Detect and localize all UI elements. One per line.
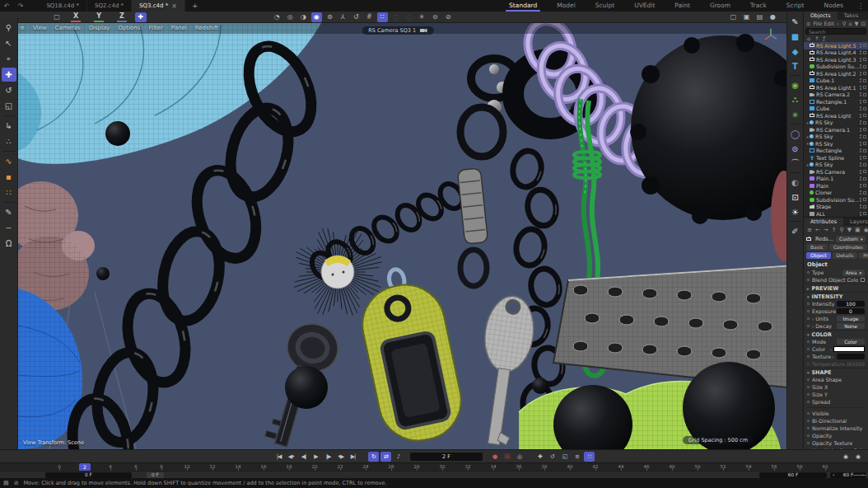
objects-menu-edit[interactable]: Edit xyxy=(824,21,834,27)
reset-psr-icon[interactable]: ↺ xyxy=(351,12,362,22)
workspace-tab-uvedit[interactable]: UVEdit xyxy=(624,0,665,12)
primitive-tool-icon[interactable]: ▪ xyxy=(2,170,16,184)
visibility-dots[interactable] xyxy=(860,72,861,76)
object-row[interactable]: Subdivision Surface.1 xyxy=(804,63,868,71)
document-tab[interactable]: SQ2.c4d * xyxy=(87,0,132,12)
knife-tool-icon[interactable]: − xyxy=(2,221,16,235)
object-row[interactable]: Cube xyxy=(804,106,868,113)
tab-takes[interactable]: Takes xyxy=(838,12,866,20)
object-row[interactable]: RS Area Light.3 xyxy=(804,56,868,63)
render-dot[interactable] xyxy=(860,186,861,188)
workspace-tab-sculpt[interactable]: Sculpt xyxy=(586,0,624,12)
filter-icon[interactable]: ▼ xyxy=(847,227,852,233)
anim-dot[interactable] xyxy=(807,310,810,312)
chevron-right-icon[interactable]: › xyxy=(830,347,832,352)
editor-dot[interactable] xyxy=(860,100,861,101)
anim-dot[interactable] xyxy=(807,401,810,403)
render-dot[interactable] xyxy=(860,130,861,132)
render-dot[interactable] xyxy=(860,158,861,160)
home-icon[interactable]: ⌂ xyxy=(848,21,852,27)
visibility-dots[interactable] xyxy=(860,212,861,216)
enable-toggle[interactable] xyxy=(863,100,866,103)
zoom-tool-icon[interactable]: ⚲ xyxy=(2,21,16,35)
visibility-dots[interactable] xyxy=(860,142,861,146)
home-icon[interactable]: ⌂ xyxy=(807,35,810,42)
paint-tag-icon[interactable]: ✐ xyxy=(788,224,802,237)
workspace-tab-nodes[interactable]: Nodes xyxy=(814,0,853,12)
cycle-solo-button[interactable]: ◉ xyxy=(840,452,851,462)
viewport-menu-view[interactable]: View xyxy=(33,25,47,31)
attribute-value[interactable]: Image xyxy=(837,316,865,321)
autokey-button[interactable]: Ⓐ xyxy=(502,452,512,462)
timeline-marker[interactable]: 0 F xyxy=(147,472,164,478)
forward-icon[interactable]: → xyxy=(824,227,828,233)
enable-toggle[interactable] xyxy=(863,121,866,124)
visibility-dots[interactable] xyxy=(860,120,861,124)
up-arrow-icon[interactable]: ↑ xyxy=(814,35,819,42)
viewport-layout-icon[interactable]: ▢ xyxy=(51,12,63,22)
viewport-menu-options[interactable]: Options xyxy=(118,25,140,31)
filter-icon[interactable]: ▼ xyxy=(855,21,859,27)
color-swatch[interactable] xyxy=(833,346,865,352)
visibility-dots[interactable] xyxy=(860,204,861,209)
array-generator-icon[interactable]: ✳ xyxy=(788,108,802,121)
simulation-toggle-icon[interactable]: ◉ xyxy=(311,12,322,22)
editor-dot[interactable] xyxy=(860,190,861,192)
attribute-value[interactable]: 100 xyxy=(837,301,865,307)
menu-icon[interactable]: ≡ xyxy=(807,227,812,233)
chevron-right-icon[interactable]: › xyxy=(812,317,814,321)
up-icon[interactable]: ↑ xyxy=(832,227,837,233)
enable-toggle[interactable] xyxy=(863,191,866,195)
target-icon[interactable]: ◉ xyxy=(864,227,868,233)
editor-dot[interactable] xyxy=(860,50,861,52)
visibility-dots[interactable] xyxy=(860,176,861,181)
redo-icon[interactable]: ↷ xyxy=(14,2,28,10)
mode-combo[interactable]: Custom▾ xyxy=(836,236,866,242)
enable-toggle[interactable] xyxy=(863,51,866,54)
range-mode-button[interactable]: ⇄ xyxy=(380,452,391,462)
loop-mode-button[interactable]: ↻ xyxy=(368,452,379,462)
locked-circle-icon[interactable]: ⊘ xyxy=(443,12,454,22)
path-filter-icon[interactable]: ƒ xyxy=(824,35,825,42)
enable-toggle[interactable] xyxy=(863,184,866,187)
sound-toggle-button[interactable]: ♪ xyxy=(393,452,404,462)
editor-dot[interactable] xyxy=(860,184,861,185)
toggle-sphere-icon[interactable]: ⊚ xyxy=(324,12,335,22)
render-dot[interactable] xyxy=(860,74,861,76)
chevron-right-icon[interactable]: › xyxy=(837,21,839,27)
move-tool-icon[interactable]: ✚ xyxy=(2,68,16,82)
key-pla-button[interactable]: ∷ xyxy=(584,452,595,462)
camera-label[interactable]: RS Camera SQ3 1 xyxy=(362,26,434,35)
visibility-dots[interactable] xyxy=(860,106,861,110)
anim-dot[interactable] xyxy=(807,378,810,381)
timeline-start-field[interactable]: 0 F xyxy=(45,472,132,478)
object-row[interactable]: ALL xyxy=(804,210,868,217)
current-frame-field[interactable]: 2 F xyxy=(410,453,483,461)
anim-dot[interactable] xyxy=(807,303,810,305)
document-tab[interactable]: SQ18.c4d * xyxy=(39,0,87,12)
enable-toggle[interactable] xyxy=(863,93,866,96)
viewport[interactable]: ≡ViewCamerasDisplayOptionsFilterPanelRed… xyxy=(18,23,786,449)
visibility-dots[interactable] xyxy=(860,44,861,48)
object-row[interactable]: Plain.1 xyxy=(804,176,868,183)
enable-toggle[interactable] xyxy=(863,142,866,145)
enable-toggle[interactable] xyxy=(863,65,866,68)
object-row[interactable]: Plain xyxy=(804,182,868,190)
anim-dot[interactable] xyxy=(807,348,810,350)
enable-toggle[interactable] xyxy=(863,58,866,61)
character-tool-icon[interactable]: ⅄ xyxy=(338,12,348,22)
object-row[interactable]: RS Area Light xyxy=(804,112,868,120)
visibility-dots[interactable] xyxy=(860,148,861,152)
viewport-menu-display[interactable]: Display xyxy=(89,25,110,31)
spline-circle-icon[interactable]: ◯ xyxy=(788,127,802,140)
menu-icon[interactable]: ≡ xyxy=(806,21,810,27)
object-row[interactable]: +RS Sky xyxy=(804,120,868,127)
visibility-dots[interactable] xyxy=(860,198,861,202)
lock-icon[interactable]: ▣ xyxy=(855,227,861,233)
render-view-icon[interactable]: ▢ xyxy=(728,12,739,22)
live-selection-tool-icon[interactable]: ↖ xyxy=(2,36,16,50)
attribute-value[interactable] xyxy=(837,354,865,359)
enable-toggle[interactable] xyxy=(863,212,866,215)
popout-icon[interactable]: ⊡ xyxy=(861,21,866,27)
render-dot[interactable] xyxy=(860,151,861,152)
